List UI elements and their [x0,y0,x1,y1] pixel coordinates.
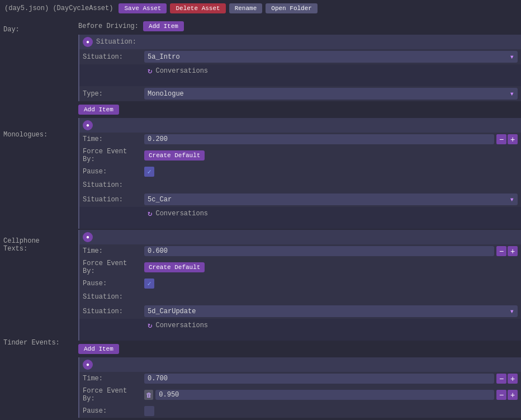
type-select[interactable]: Monologue ▾ [144,88,518,100]
pause-label-mono2: Pause: [83,280,144,287]
force-event-label-mono2: Force EventBy: [83,259,144,275]
mono1-situation-row: Situation: 5c_Car ▾ [79,192,521,207]
time-controls-mono2: − + [496,246,518,256]
main-content: Day: Monologues: CellphoneTexts: Tinder … [0,17,521,418]
mono1-pause-row: Pause: ✓ [79,165,521,178]
time-minus-mono1[interactable]: − [496,134,506,144]
cellphone-item-1: ● Time: − + Force EventBy: 🗑 [78,357,521,418]
left-labels: Day: Monologues: CellphoneTexts: Tinder … [0,17,78,418]
time-plus-mono1[interactable]: + [508,134,518,144]
open-folder-button[interactable]: Open Folder [266,3,318,13]
time-input-mono2[interactable] [144,246,494,256]
checkmark-icon-mono2: ✓ [147,280,151,288]
cell1-pause-row: Pause: [79,404,521,418]
before-driving-header: Before Driving: Add Item [78,19,521,34]
tinder-events-label: Tinder Events: [3,338,60,348]
add-item-cellphone-button[interactable]: Add Item [78,344,119,354]
time-field-cell1: − + [144,374,518,384]
mono1-time-row: Time: − + [79,133,521,146]
time-controls-cell1: − + [496,374,518,384]
empty-row-mono1 [79,220,521,229]
mono2-situation-header-row: Situation: [79,290,521,304]
rename-button[interactable]: Rename [229,3,263,13]
situation-sub-label-mono2: Situation: [83,308,144,315]
pause-checkbox-mono2[interactable]: ✓ [144,279,154,289]
situation-select-mono2[interactable]: 5d_CarUpdate ▾ [144,305,518,317]
pause-label-cell1: Pause: [83,407,144,415]
conversations-text-mono1: Conversations [155,210,208,218]
before-driving-label: Before Driving: [78,22,139,30]
refresh-icon-mono2: ↻ [148,320,152,330]
day-section: Before Driving: Add Item ● Situation: Si… [78,19,521,101]
time-label-mono2: Time: [83,247,144,255]
time-input-mono1[interactable] [144,134,494,144]
conversations-row-mono2: ↻ Conversations [79,319,521,332]
force-event-label-mono1: Force EventBy: [83,148,144,163]
situation-header-mono1: Situation: [83,181,144,189]
conversations-row-1: ↻ Conversations [79,64,521,77]
conversations-row-mono1: ↻ Conversations [79,207,521,220]
empty-row-1 [79,77,521,86]
time-minus-mono2[interactable]: − [496,246,506,256]
file-title: (day5.json) (DayCycleAsset) [4,4,113,12]
type-row: Type: Monologue ▾ [79,86,521,101]
force-event-plus-cell1[interactable]: + [508,390,518,400]
delete-asset-button[interactable]: Delete Asset [170,3,225,13]
time-field-mono2: − + [144,246,518,256]
right-panel: Before Driving: Add Item ● Situation: Si… [78,17,521,418]
pause-checkbox-cell1[interactable] [144,406,154,416]
refresh-icon-mono1: ↻ [148,209,152,218]
situation-select[interactable]: 5a_Intro ▾ [144,51,518,63]
pause-label-mono1: Pause: [83,168,144,176]
mono1-header: ● [79,118,521,133]
situation-arrow-mono2: ▾ [510,306,514,316]
create-default-btn-mono2[interactable]: Create Default [144,262,205,272]
trash-icon-cell1[interactable]: 🗑 [144,390,153,400]
situation-header-label: Situation: [96,38,136,46]
mono2-force-event-row: Force EventBy: Create Default [79,258,521,277]
create-default-btn-mono1[interactable]: Create Default [144,150,205,161]
add-item-before-driving-button[interactable]: Add Item [143,21,184,31]
mono2-pause-row: Pause: ✓ [79,277,521,290]
situation-sub-label-mono1: Situation: [83,196,144,204]
situation-select-mono1[interactable]: 5c_Car ▾ [144,194,518,205]
cell1-force-event-row: Force EventBy: 🗑 − + [79,385,521,404]
force-event-minus-cell1[interactable]: − [496,390,506,400]
time-minus-cell1[interactable]: − [496,374,506,384]
time-input-cell1[interactable] [144,374,494,384]
monologues-header: Add Item [78,102,521,117]
type-value: Monologue [148,90,184,98]
situation-header-mono2: Situation: [83,293,144,301]
situation-value-mono1: 5c_Car [148,196,172,204]
monologues-section: Add Item ● Time: − + [78,102,521,341]
circle-icon-mono2: ● [83,232,93,242]
time-controls-mono1: − + [496,134,518,144]
day-item-1-situation-row: Situation: 5a_Intro ▾ [79,49,521,64]
pause-checkbox-mono1[interactable]: ✓ [144,167,154,177]
force-event-controls-cell1: − + [496,390,518,400]
cellphone-section: Add Item ● Time: − + [78,342,521,418]
cellphone-texts-label: CellphoneTexts: [3,236,40,254]
mono2-header: ● [79,230,521,244]
save-asset-button[interactable]: Save Asset [119,3,167,13]
circle-icon-cell1: ● [83,360,93,370]
top-bar: (day5.json) (DayCycleAsset) Save Asset D… [0,0,521,17]
force-event-label-cell1: Force EventBy: [83,387,144,403]
add-item-monologues-button[interactable]: Add Item [78,105,119,115]
force-event-input-cell1[interactable] [155,390,494,400]
mono2-time-row: Time: − + [79,244,521,258]
time-plus-mono2[interactable]: + [508,246,518,256]
cell1-header: ● [79,357,521,372]
situation-label: Situation: [83,53,144,61]
cell1-time-row: Time: − + [79,372,521,385]
time-label-mono1: Time: [83,135,144,143]
circle-icon-mono1: ● [83,120,93,130]
checkmark-icon-mono1: ✓ [147,168,151,176]
conversations-text-mono2: Conversations [155,322,208,329]
day-label: Day: [3,25,20,35]
time-plus-cell1[interactable]: + [508,374,518,384]
cellphone-header: Add Item [78,342,521,356]
time-field-mono1: − + [144,134,518,144]
day-item-1-header: ● Situation: [79,35,521,49]
type-label: Type: [83,90,144,98]
